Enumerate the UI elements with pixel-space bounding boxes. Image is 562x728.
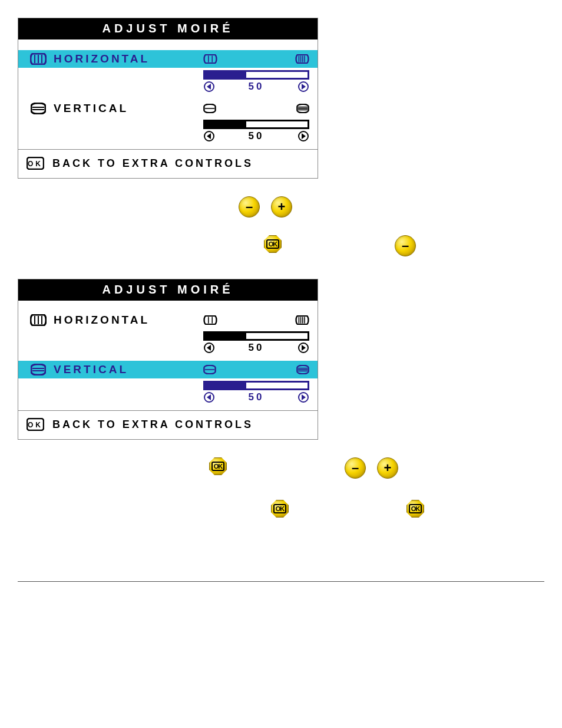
vertical-moire-min-icon xyxy=(203,365,216,374)
svg-rect-4 xyxy=(204,55,217,63)
horizontal-label: HORIZONTAL xyxy=(50,52,203,65)
horizontal-slider-fill xyxy=(205,333,246,339)
menu-item-back[interactable]: OK BACK TO EXTRA CONTROLS xyxy=(18,411,318,439)
spacer xyxy=(18,301,318,311)
minus-button[interactable]: – xyxy=(395,235,416,256)
svg-marker-28 xyxy=(302,133,306,139)
vertical-moire-max-icon xyxy=(296,365,309,374)
ok-box-icon: OK xyxy=(27,418,44,431)
svg-rect-35 xyxy=(204,316,217,324)
horizontal-slider-fill xyxy=(205,72,246,78)
panel-title: ADJUST MOIRÉ xyxy=(18,279,318,301)
horizontal-value-row: 50 xyxy=(18,80,318,100)
arrow-left-icon[interactable] xyxy=(203,391,215,403)
horizontal-moire-min-icon xyxy=(203,54,217,64)
arrow-right-icon[interactable] xyxy=(297,130,309,142)
arrow-right-icon[interactable] xyxy=(297,391,309,403)
horizontal-moire-min-icon xyxy=(203,315,217,325)
arrow-right-icon[interactable] xyxy=(297,81,309,93)
osd-panel-horizontal: ADJUST MOIRÉ HORIZONTAL 50 xyxy=(18,18,318,179)
ok-button[interactable]: OK xyxy=(209,457,227,475)
vertical-value: 50 xyxy=(249,130,265,142)
menu-item-horizontal[interactable]: HORIZONTAL xyxy=(18,50,318,68)
horizontal-moire-max-icon xyxy=(295,54,309,64)
ok-box-icon: OK xyxy=(27,157,44,170)
vertical-slider-fill xyxy=(205,121,246,127)
page-divider xyxy=(18,581,544,582)
plus-button[interactable]: + xyxy=(271,196,292,218)
ok-button[interactable]: OK xyxy=(406,500,424,518)
svg-marker-15 xyxy=(302,84,306,90)
vertical-label: VERTICAL xyxy=(50,363,203,376)
vertical-slider[interactable] xyxy=(203,120,309,129)
svg-text:OK: OK xyxy=(28,160,43,168)
ok-button[interactable]: OK xyxy=(271,500,289,518)
horizontal-slider[interactable] xyxy=(203,70,309,80)
arrow-left-icon[interactable] xyxy=(203,342,215,354)
menu-item-horizontal[interactable]: HORIZONTAL xyxy=(18,311,318,329)
vertical-moire-min-icon xyxy=(203,104,216,113)
vertical-moire-max-icon xyxy=(296,104,309,113)
horizontal-label: HORIZONTAL xyxy=(50,314,203,327)
arrow-left-icon[interactable] xyxy=(203,130,215,142)
spacer xyxy=(18,39,318,50)
vertical-limits xyxy=(203,104,309,113)
vertical-moire-icon xyxy=(27,103,50,114)
vertical-value-row: 50 xyxy=(18,129,318,149)
vertical-value: 50 xyxy=(249,391,265,403)
svg-rect-47 xyxy=(31,364,45,375)
svg-marker-57 xyxy=(207,394,211,400)
svg-marker-46 xyxy=(302,345,306,351)
panel-title: ADJUST MOIRÉ xyxy=(18,18,318,39)
vertical-value-row: 50 xyxy=(18,390,318,410)
svg-rect-16 xyxy=(31,103,45,114)
minus-button[interactable]: – xyxy=(239,196,260,218)
back-label: BACK TO EXTRA CONTROLS xyxy=(52,419,253,431)
minus-button[interactable]: – xyxy=(345,457,366,479)
svg-marker-59 xyxy=(302,394,306,400)
horizontal-limits xyxy=(203,54,309,64)
vertical-moire-icon xyxy=(27,364,50,375)
horizontal-slider-row xyxy=(18,329,318,341)
horizontal-value: 50 xyxy=(249,81,265,93)
back-label: BACK TO EXTRA CONTROLS xyxy=(52,157,253,170)
menu-item-vertical[interactable]: VERTICAL xyxy=(18,361,318,378)
arrow-right-icon[interactable] xyxy=(297,342,309,354)
vertical-slider-fill xyxy=(205,383,246,388)
osd-panel-vertical: ADJUST MOIRÉ HORIZONTAL 50 xyxy=(18,279,318,440)
svg-marker-44 xyxy=(207,345,211,351)
horizontal-moire-icon xyxy=(27,314,50,326)
svg-marker-26 xyxy=(207,133,211,139)
svg-marker-13 xyxy=(207,84,211,90)
horizontal-moire-icon xyxy=(27,53,50,65)
horizontal-slider[interactable] xyxy=(203,331,309,341)
vertical-slider-row xyxy=(18,117,318,129)
horizontal-value: 50 xyxy=(249,342,265,354)
arrow-left-icon[interactable] xyxy=(203,81,215,93)
menu-item-vertical[interactable]: VERTICAL xyxy=(18,100,318,117)
horizontal-value-row: 50 xyxy=(18,341,318,361)
vertical-slider-row xyxy=(18,378,318,390)
vertical-label: VERTICAL xyxy=(50,102,203,115)
menu-item-back[interactable]: OK BACK TO EXTRA CONTROLS xyxy=(18,150,318,178)
svg-text:OK: OK xyxy=(28,421,43,429)
horizontal-slider-row xyxy=(18,68,318,80)
horizontal-moire-max-icon xyxy=(295,315,309,325)
horizontal-limits xyxy=(203,315,309,325)
vertical-slider[interactable] xyxy=(203,381,309,390)
ok-button[interactable]: OK xyxy=(264,235,282,253)
plus-button[interactable]: + xyxy=(377,457,398,479)
vertical-limits xyxy=(203,365,309,374)
